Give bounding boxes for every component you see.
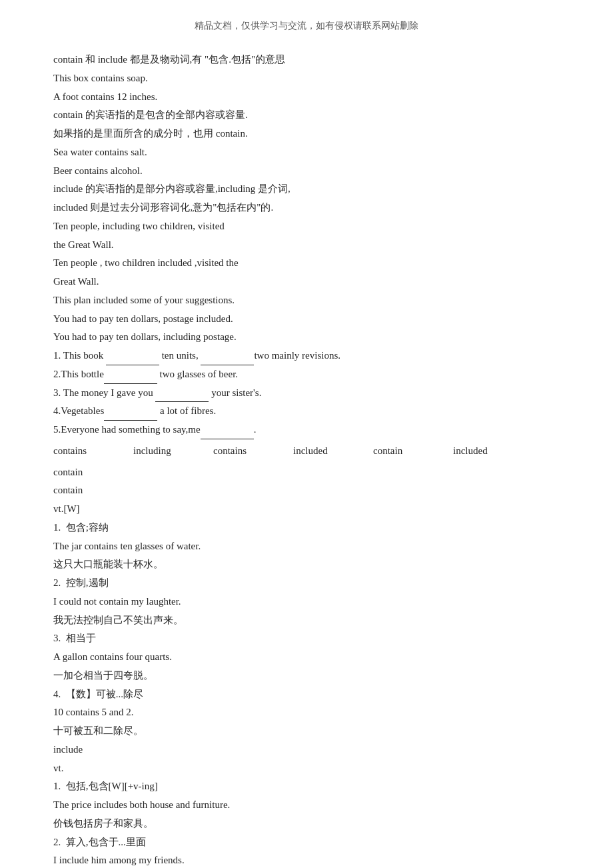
contain-pos: vt.[W]: [53, 500, 560, 519]
answer-row: contains including contains included con…: [53, 442, 560, 461]
para-16: You had to pay ten dollars, including po…: [53, 328, 560, 347]
para-17: 1. This book ten units, two mainly revis…: [53, 347, 560, 365]
contain-def-4-num: 4. 【数】可被...除尽: [53, 685, 560, 704]
contain-word: contain: [53, 481, 560, 500]
contain-ex3-en: A gallon contains four quarts.: [53, 648, 560, 667]
para-1: contain 和 include 都是及物动词,有 "包含.包括"的意思: [53, 51, 560, 69]
para-7: Beer contains alcohol.: [53, 162, 560, 181]
answer-contain-2: contain: [53, 463, 107, 482]
include-word: include: [53, 741, 560, 759]
para-19: 3. The money I gave you your sister's.: [53, 384, 560, 403]
content-block: contain 和 include 都是及物动词,有 "包含.包括"的意思 Th…: [53, 51, 560, 868]
answer-included-2: included: [453, 442, 506, 461]
para-3: A foot contains 12 inches.: [53, 88, 560, 107]
para-20: 4.Vegetables a lot of fibres.: [53, 402, 560, 421]
para-15: You had to pay ten dollars, postage incl…: [53, 310, 560, 329]
answer-including: including: [133, 442, 187, 461]
answer-contains-1: contains: [53, 442, 107, 461]
contain-def-3-num: 3. 相当于: [53, 629, 560, 648]
answer-contains-2: contains: [213, 442, 267, 461]
contain-def-1-num: 1. 包含;容纳: [53, 519, 560, 537]
answer-included-1: included: [293, 442, 346, 461]
para-13: Great Wall.: [53, 273, 560, 291]
para-9: included 则是过去分词形容词化,意为"包括在内"的.: [53, 199, 560, 217]
para-10: Ten people, including two children, visi…: [53, 217, 560, 236]
para-5: 如果指的是里面所含的成分时，也用 contain.: [53, 125, 560, 143]
para-12: Ten people , two children included ,visi…: [53, 254, 560, 273]
contain-def-2-num: 2. 控制,遏制: [53, 574, 560, 593]
contain-ex2-en: I could not contain my laughter.: [53, 593, 560, 611]
contain-ex4-en: 10 contains 5 and 2.: [53, 703, 560, 722]
contain-ex3-zh: 一加仑相当于四夸脱。: [53, 667, 560, 685]
para-11: the Great Wall.: [53, 236, 560, 255]
contain-ex2-zh: 我无法控制自己不笑出声来。: [53, 611, 560, 630]
para-2: This box contains soap.: [53, 69, 560, 88]
para-18: 2.This bottle two glasses of beer.: [53, 365, 560, 384]
contain-ex1-zh: 这只大口瓶能装十杯水。: [53, 555, 560, 574]
para-6: Sea water contains salt.: [53, 143, 560, 162]
answer-row-2: contain: [53, 463, 560, 482]
contain-ex1-en: The jar contains ten glasses of water.: [53, 537, 560, 556]
header-line: 精品文档，仅供学习与交流，如有侵权请联系网站删除: [53, 20, 560, 32]
answer-contain-1: contain: [373, 442, 426, 461]
para-4: contain 的宾语指的是包含的全部内容或容量.: [53, 106, 560, 125]
para-8: include 的宾语指的是部分内容或容量,including 是介词,: [53, 180, 560, 199]
include-ex1-zh: 价钱包括房子和家具。: [53, 815, 560, 833]
include-pos: vt.: [53, 759, 560, 778]
contain-ex4-zh: 十可被五和二除尽。: [53, 722, 560, 741]
para-21: 5.Everyone had something to say,me.: [53, 421, 560, 439]
include-def-1-num: 1. 包括,包含[W][+v-ing]: [53, 777, 560, 796]
include-ex1-en: The price includes both house and furnit…: [53, 796, 560, 815]
include-def-2-num: 2. 算入,包含于...里面: [53, 833, 560, 852]
include-ex2-en: I include him among my friends.: [53, 851, 560, 868]
para-14: This plan included some of your suggesti…: [53, 291, 560, 310]
